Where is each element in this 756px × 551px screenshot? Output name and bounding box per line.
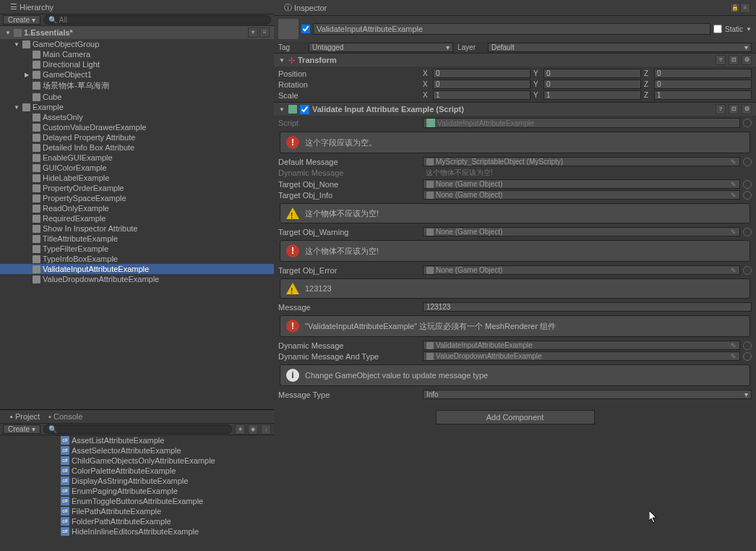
object-picker-icon[interactable]	[743, 352, 752, 361]
hierarchy-item[interactable]: Detailed Info Box Attribute	[0, 142, 274, 153]
foldout-icon[interactable]: ▼	[278, 57, 285, 64]
pencil-icon[interactable]: ✎	[731, 267, 736, 274]
hierarchy-item[interactable]: PropertyOrderExample	[0, 183, 274, 193]
console-tab[interactable]: ▪ Console	[44, 411, 87, 422]
hierarchy-item[interactable]: Directional Light	[0, 59, 274, 69]
hierarchy-item[interactable]: ▼Example	[0, 102, 274, 112]
pencil-icon[interactable]: ✎	[731, 158, 736, 166]
rotation-x-input[interactable]	[433, 80, 531, 89]
position-z-input[interactable]	[654, 69, 752, 78]
foldout-icon[interactable]: ▼	[278, 106, 285, 113]
scene-options-icon[interactable]: ≡	[259, 27, 270, 38]
message-input[interactable]	[423, 302, 752, 312]
project-search-input[interactable]: 🔍	[43, 424, 232, 434]
help-icon[interactable]: ?	[716, 104, 726, 114]
hierarchy-item[interactable]: Delayed Property Attribute	[0, 132, 274, 142]
project-list[interactable]: c#AssetListAttributeExamplec#AssetSelect…	[0, 435, 274, 551]
inspector-menu-icon[interactable]: ≡	[740, 3, 750, 13]
gameobject-icon[interactable]	[278, 19, 298, 39]
transform-header[interactable]: ▼ ⊹ Transform ? ⊡ ⚙	[274, 54, 756, 67]
scale-x-input[interactable]	[433, 90, 531, 100]
help-icon[interactable]: ?	[716, 55, 726, 65]
default-message-field[interactable]: MyScripty_ScriptableObject (MyScripty)✎	[423, 157, 740, 166]
rotation-y-input[interactable]	[544, 80, 641, 89]
pencil-icon[interactable]: ✎	[731, 192, 736, 199]
foldout-icon[interactable]: ▼	[4, 30, 12, 36]
hierarchy-item[interactable]: EnableGUIExample	[0, 153, 274, 163]
project-filter-icon[interactable]: ★	[235, 424, 245, 435]
scale-y-input[interactable]	[544, 90, 641, 100]
project-save-icon[interactable]: ↓	[261, 424, 271, 435]
project-create-button[interactable]: Create ▾	[3, 424, 40, 434]
position-y-input[interactable]	[544, 69, 641, 78]
rotation-z-input[interactable]	[654, 80, 752, 89]
project-item[interactable]: c#ChildGameObjectsOnlyAttributeExample	[58, 456, 274, 466]
scale-z-input[interactable]	[654, 90, 752, 100]
hierarchy-item[interactable]: Main Camera	[0, 49, 274, 59]
project-item[interactable]: c#DisplayAsStringAttributeExample	[58, 476, 274, 486]
hierarchy-item[interactable]: Show In Inspector Attribute	[0, 223, 274, 234]
target-info-field[interactable]: None (Game Object)✎	[423, 190, 740, 200]
static-checkbox[interactable]	[713, 25, 722, 33]
script-enabled-checkbox[interactable]	[300, 105, 309, 114]
hierarchy-item[interactable]: ValidateInputAttributeExample	[0, 264, 274, 274]
scene-row[interactable]: ▼ 1.Essentials* ▾ ≡	[0, 26, 274, 39]
position-x-input[interactable]	[433, 69, 531, 78]
dynamic-message-2-field[interactable]: ValidateInputAttributeExample✎	[423, 341, 740, 350]
hierarchy-item[interactable]: ValueDropdownAttributeExample	[0, 274, 274, 284]
hierarchy-item[interactable]: 场景物体-草乌海潮	[0, 80, 274, 92]
object-picker-icon[interactable]	[743, 158, 752, 166]
object-picker-icon[interactable]	[743, 119, 752, 127]
pencil-icon[interactable]: ✎	[731, 353, 736, 360]
preset-icon[interactable]: ⊡	[729, 104, 739, 114]
pencil-icon[interactable]: ✎	[731, 228, 736, 236]
hierarchy-item[interactable]: ▼GameObjectGroup	[0, 39, 274, 49]
hierarchy-item[interactable]: ▶GameObject1	[0, 69, 274, 80]
project-item[interactable]: c#AssetSelectorAttributeExample	[58, 445, 274, 456]
preset-icon[interactable]: ⊡	[729, 55, 739, 65]
hierarchy-create-button[interactable]: Create ▾	[3, 15, 40, 25]
hierarchy-item[interactable]: CustomValueDrawerExample	[0, 122, 274, 132]
hierarchy-item[interactable]: AssetsOnly	[0, 112, 274, 122]
project-item[interactable]: c#HideInInlineEditorsAttributeExample	[58, 526, 274, 537]
script-header[interactable]: ▼ Validate Input Attribute Example (Scri…	[274, 103, 756, 116]
object-picker-icon[interactable]	[743, 266, 752, 275]
hierarchy-item[interactable]: RequiredExample	[0, 213, 274, 223]
hierarchy-item[interactable]: TypeFilterExample	[0, 244, 274, 254]
gameobject-name-input[interactable]	[313, 23, 710, 35]
hierarchy-item[interactable]: TitleAttributeExample	[0, 234, 274, 244]
scene-menu-icon[interactable]: ▾	[248, 27, 258, 38]
foldout-icon[interactable]: ▼	[13, 41, 20, 48]
hierarchy-tab[interactable]: ☰ Hierarchy	[6, 1, 58, 12]
static-dropdown-icon[interactable]: ▼	[746, 26, 752, 33]
project-item[interactable]: c#FolderPathAttributeExample	[58, 516, 274, 526]
foldout-icon[interactable]: ▼	[13, 104, 20, 111]
hierarchy-tree[interactable]: ▼ 1.Essentials* ▾ ≡ ▼GameObjectGroupMain…	[0, 26, 274, 409]
hierarchy-item[interactable]: ReadOnlyExample	[0, 203, 274, 213]
gameobject-active-checkbox[interactable]	[301, 25, 310, 33]
project-tab[interactable]: ▪ Project	[6, 411, 44, 422]
hierarchy-search-input[interactable]: 🔍 All	[43, 15, 271, 25]
gear-icon[interactable]: ⚙	[742, 55, 752, 65]
pencil-icon[interactable]: ✎	[731, 181, 736, 188]
project-item[interactable]: c#FilePathAttributeExample	[58, 506, 274, 516]
project-item[interactable]: c#EnumToggleButtonsAttributeExample	[58, 496, 274, 506]
dynamic-message-type-field[interactable]: ValueDropdownAttributeExample✎	[423, 351, 740, 361]
layer-dropdown[interactable]: Default▾	[488, 43, 752, 52]
add-component-button[interactable]: Add Component	[436, 410, 595, 424]
object-picker-icon[interactable]	[743, 180, 752, 189]
lock-icon[interactable]: 🔒	[730, 3, 740, 13]
foldout-icon[interactable]: ▶	[23, 72, 30, 78]
project-item[interactable]: c#EnumPagingAttributeExample	[58, 486, 274, 496]
message-type-dropdown[interactable]: Info▾	[423, 390, 752, 399]
object-picker-icon[interactable]	[743, 191, 752, 200]
hierarchy-item[interactable]: Cube	[0, 92, 274, 102]
project-type-icon[interactable]: ◆	[248, 424, 258, 435]
hierarchy-item[interactable]: PropertySpaceExample	[0, 193, 274, 203]
gear-icon[interactable]: ⚙	[742, 104, 752, 114]
project-item[interactable]: c#ColorPaletteAttributeExample	[58, 466, 274, 476]
tag-dropdown[interactable]: Untagged▾	[309, 43, 453, 52]
target-none-field[interactable]: None (Game Object)✎	[423, 179, 740, 189]
project-item[interactable]: c#AssetListAttributeExample	[58, 435, 274, 445]
hierarchy-item[interactable]: TypeInfoBoxExample	[0, 254, 274, 264]
